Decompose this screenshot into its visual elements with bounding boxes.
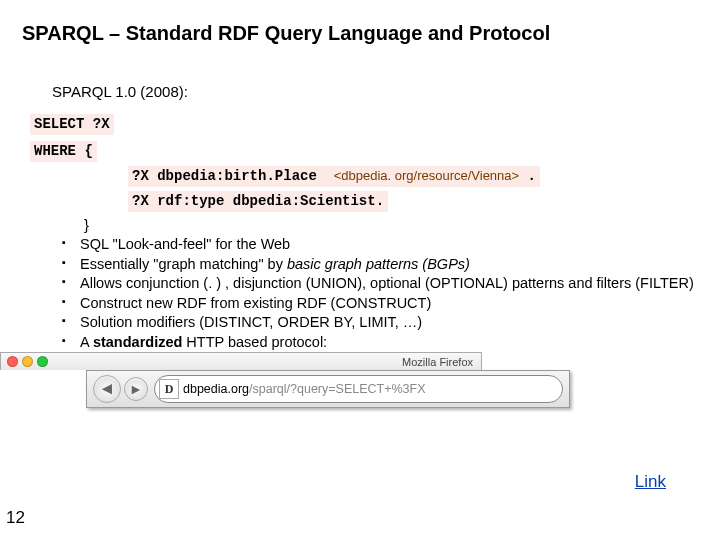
address-path: /sparql/?query=SELECT+%3FX — [249, 382, 425, 396]
browser-toolbar: ◄ ► D dbpedia.org/sparql/?query=SELECT+%… — [86, 370, 570, 408]
bullet-item: Allows conjunction (. ) , disjunction (U… — [62, 274, 720, 294]
zoom-icon — [37, 356, 48, 367]
address-host: dbpedia.org — [183, 382, 249, 396]
bullet-item: Essentially "graph matching" by basic gr… — [62, 255, 720, 275]
address-bar[interactable]: D dbpedia.org/sparql/?query=SELECT+%3FX — [154, 375, 563, 403]
forward-button[interactable]: ► — [124, 377, 148, 401]
bullet-item: A standardized HTTP based protocol: — [62, 333, 720, 353]
minimize-icon — [22, 356, 33, 367]
bullet-item: SQL "Look-and-feel" for the Web — [62, 235, 720, 255]
link[interactable]: Link — [635, 472, 666, 492]
code-triple-1: ?X dbpedia:birth.Place <dbpedia. org/res… — [128, 166, 540, 187]
code-triple-2: ?X rdf:type dbpedia:Scientist. — [128, 191, 388, 212]
code-close-brace: } — [84, 216, 720, 233]
bullet-item: Solution modifiers (DISTINCT, ORDER BY, … — [62, 313, 720, 333]
bullet-list: SQL "Look-and-feel" for the WebEssential… — [62, 235, 720, 352]
back-button[interactable]: ◄ — [93, 375, 121, 403]
favicon: D — [159, 379, 179, 399]
page-number: 12 — [6, 508, 25, 528]
bullet-item: Construct new RDF from existing RDF (CON… — [62, 294, 720, 314]
subtitle: SPARQL 1.0 (2008): — [0, 45, 720, 100]
code-select: SELECT ?X — [30, 114, 114, 135]
code-where: WHERE { — [30, 141, 97, 162]
close-icon — [7, 356, 18, 367]
browser-title: Mozilla Firefox — [402, 356, 473, 368]
slide-title: SPARQL – Standard RDF Query Language and… — [0, 0, 720, 45]
browser-titlebar: Mozilla Firefox — [0, 352, 482, 370]
